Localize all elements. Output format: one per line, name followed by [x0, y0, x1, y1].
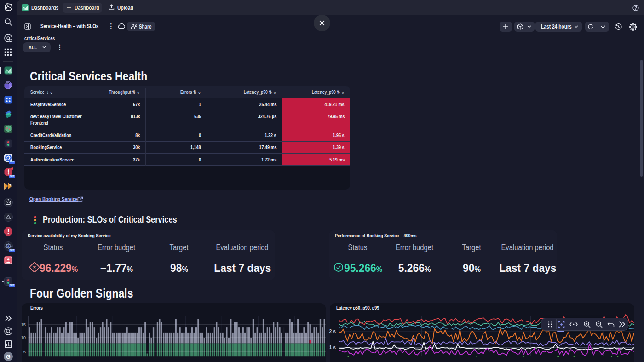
svg-text:G: G	[6, 354, 10, 360]
